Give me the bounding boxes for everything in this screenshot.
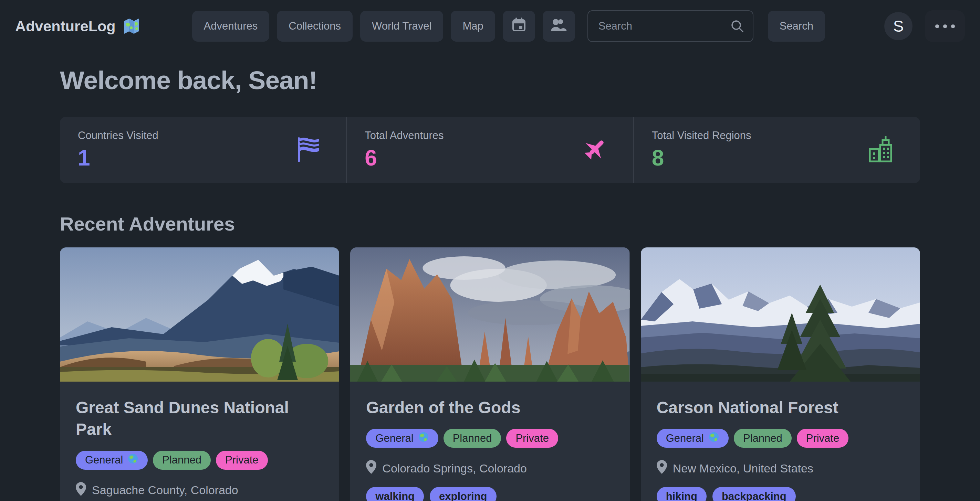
category-badge: General	[76, 451, 148, 470]
stat-value: 1	[78, 145, 158, 171]
app-logo[interactable]: AdventureLog	[15, 17, 141, 35]
map-emoji-icon	[122, 17, 141, 35]
location-text: Colorado Springs, Colorado	[382, 462, 527, 475]
card-title[interactable]: Carson National Forest	[657, 397, 880, 419]
badge-row: General Planned Private	[657, 429, 904, 448]
stats-panel: Countries Visited 1 Total Adventures 6	[60, 117, 920, 183]
rock-spires-photo[interactable]	[350, 247, 630, 382]
status-badge: Planned	[153, 451, 211, 470]
stat-total-adventures: Total Adventures 6	[346, 117, 633, 183]
card-body: Garden of the Gods General Planned	[350, 382, 630, 501]
location-row: Colorado Springs, Colorado	[366, 460, 614, 477]
tag-row: hiking backpacking	[657, 487, 904, 501]
category-badge: General	[366, 429, 438, 448]
globe-icon	[708, 431, 719, 445]
ellipsis-icon	[935, 24, 939, 28]
adventure-card-garden-of-the-gods[interactable]: Garden of the Gods General Planned	[350, 247, 630, 501]
location-row: Saguache County, Colorado	[76, 482, 323, 499]
stat-total-visited-regions: Total Visited Regions 8	[633, 117, 920, 183]
users-icon	[550, 17, 568, 35]
adventure-card-great-sand-dunes[interactable]: Great Sand Dunes National Park General P	[60, 247, 339, 501]
stat-label: Countries Visited	[78, 129, 158, 142]
users-button[interactable]	[542, 11, 575, 42]
main-content: Welcome back, Sean! Countries Visited 1 …	[0, 65, 980, 501]
app-title: AdventureLog	[15, 18, 115, 35]
category-badge: General	[657, 429, 729, 448]
card-body: Great Sand Dunes National Park General P	[60, 382, 339, 501]
globe-icon	[418, 431, 429, 445]
adventure-card-carson-national-forest[interactable]: Carson National Forest General Planned	[641, 247, 920, 501]
status-badge: Planned	[444, 429, 501, 448]
location-text: New Mexico, United States	[673, 462, 813, 475]
activity-tag: hiking	[657, 487, 706, 501]
activity-tag: backpacking	[713, 487, 796, 501]
activity-tag: walking	[366, 487, 424, 501]
flag-icon	[295, 135, 322, 165]
plane-icon	[580, 135, 609, 165]
globe-icon	[127, 453, 138, 467]
status-badge: Planned	[734, 429, 792, 448]
stat-value: 6	[365, 145, 444, 171]
search-submit-button[interactable]: Search	[768, 11, 825, 42]
snowy-mountains-photo[interactable]	[641, 247, 920, 382]
activity-tag: exploring	[430, 487, 496, 501]
badge-row: General Planned Private	[366, 429, 614, 448]
location-row: New Mexico, United States	[657, 460, 904, 477]
tag-row: walking exploring	[366, 487, 614, 501]
nav-adventures-button[interactable]: Adventures	[192, 11, 270, 42]
calendar-button[interactable]	[503, 11, 535, 42]
avatar[interactable]: S	[884, 12, 913, 40]
overflow-menu-button[interactable]	[925, 10, 965, 42]
map-pin-icon	[657, 460, 667, 477]
visibility-badge: Private	[797, 429, 848, 448]
stat-countries-visited: Countries Visited 1	[60, 117, 346, 183]
calendar-icon	[511, 17, 527, 35]
card-body: Carson National Forest General Planned	[641, 382, 920, 501]
card-title[interactable]: Garden of the Gods	[366, 397, 590, 419]
stat-label: Total Visited Regions	[652, 129, 751, 142]
map-pin-icon	[366, 460, 376, 477]
badge-row: General Planned Private	[76, 451, 323, 470]
visibility-badge: Private	[216, 451, 267, 470]
search-icon	[730, 19, 745, 35]
adventure-cards: Great Sand Dunes National Park General P	[60, 247, 920, 501]
recent-adventures-heading: Recent Adventures	[60, 212, 920, 235]
nav-collections-button[interactable]: Collections	[277, 11, 353, 42]
avatar-letter: S	[893, 17, 904, 35]
nav-world-travel-button[interactable]: World Travel	[360, 11, 443, 42]
visibility-badge: Private	[506, 429, 558, 448]
navbar: AdventureLog Adventures Collections Worl…	[0, 0, 980, 52]
location-text: Saguache County, Colorado	[92, 484, 238, 497]
city-icon	[866, 135, 896, 165]
welcome-heading: Welcome back, Sean!	[60, 65, 920, 95]
stat-value: 8	[652, 145, 751, 171]
card-title[interactable]: Great Sand Dunes National Park	[76, 397, 299, 441]
map-pin-icon	[76, 482, 86, 499]
search-input[interactable]	[587, 10, 753, 42]
navbar-center: Adventures Collections World Travel Map	[192, 10, 825, 42]
sand-dunes-photo[interactable]	[60, 247, 339, 382]
navbar-right: S	[884, 10, 965, 42]
navbar-search	[587, 10, 753, 42]
nav-map-button[interactable]: Map	[451, 11, 495, 42]
stat-label: Total Adventures	[365, 129, 444, 142]
